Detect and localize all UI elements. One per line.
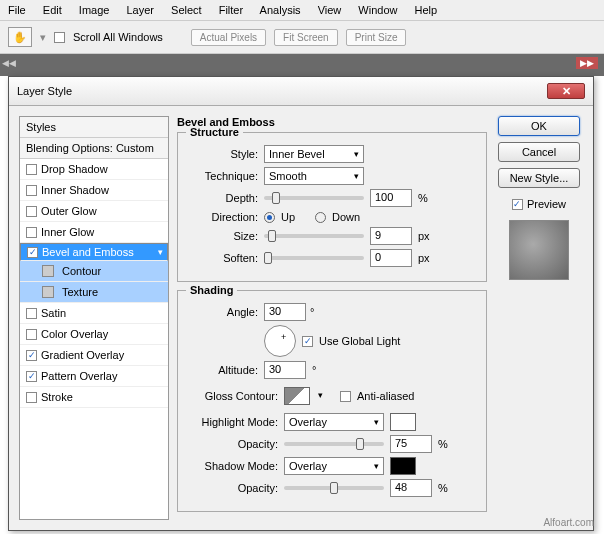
cancel-button[interactable]: Cancel [498,142,580,162]
blending-options-header[interactable]: Blending Options: Custom [20,138,168,159]
actual-pixels-button[interactable]: Actual Pixels [191,29,266,46]
menu-select[interactable]: Select [171,4,202,16]
fit-screen-button[interactable]: Fit Screen [274,29,338,46]
direction-up-radio[interactable] [264,212,275,223]
dialog-buttons: OK Cancel New Style... Preview [495,116,583,520]
menu-layer[interactable]: Layer [126,4,154,16]
options-bar: ✋ ▾ Scroll All Windows Actual Pixels Fit… [0,21,604,54]
antialiased-checkbox[interactable] [340,391,351,402]
close-button[interactable]: ✕ [547,83,585,99]
shadow-opacity-slider[interactable] [284,486,384,490]
menu-edit[interactable]: Edit [43,4,62,16]
highlight-opacity-slider[interactable] [284,442,384,446]
menu-image[interactable]: Image [79,4,110,16]
shadow-mode-select[interactable]: Overlay [284,457,384,475]
style-inner-shadow[interactable]: Inner Shadow [20,180,168,201]
print-size-button[interactable]: Print Size [346,29,407,46]
preview-thumbnail [509,220,569,280]
scroll-all-checkbox[interactable] [54,32,65,43]
style-drop-shadow[interactable]: Drop Shadow [20,159,168,180]
style-stroke[interactable]: Stroke [20,387,168,408]
style-select[interactable]: Inner Bevel [264,145,364,163]
menu-window[interactable]: Window [358,4,397,16]
tab-close-icon[interactable]: ▶▶ [576,57,598,69]
menu-help[interactable]: Help [415,4,438,16]
size-slider[interactable] [264,234,364,238]
soften-input[interactable]: 0 [370,249,412,267]
style-outer-glow[interactable]: Outer Glow [20,201,168,222]
technique-select[interactable]: Smooth [264,167,364,185]
layer-style-dialog: Layer Style ✕ Styles Blending Options: C… [8,76,594,531]
highlight-opacity-input[interactable]: 75 [390,435,432,453]
soften-slider[interactable] [264,256,364,260]
style-bevel-emboss[interactable]: Bevel and Emboss [20,243,168,261]
style-gradient-overlay[interactable]: Gradient Overlay [20,345,168,366]
size-input[interactable]: 9 [370,227,412,245]
style-texture[interactable]: Texture [20,282,168,303]
tab-scroll-icon[interactable]: ◀◀ [2,58,16,68]
menu-analysis[interactable]: Analysis [260,4,301,16]
altitude-input[interactable]: 30 [264,361,306,379]
watermark: Alfoart.com [543,517,594,528]
style-contour[interactable]: Contour [20,261,168,282]
preview-checkbox[interactable] [512,199,523,210]
scroll-all-label: Scroll All Windows [73,31,163,43]
highlight-mode-select[interactable]: Overlay [284,413,384,431]
depth-input[interactable]: 100 [370,189,412,207]
angle-input[interactable]: 30 [264,303,306,321]
new-style-button[interactable]: New Style... [498,168,580,188]
global-light-checkbox[interactable] [302,336,313,347]
gloss-contour-picker[interactable] [284,387,310,405]
shading-legend: Shading [186,284,237,296]
highlight-color-swatch[interactable] [390,413,416,431]
settings-panel: Bevel and Emboss Structure Style:Inner B… [177,116,487,520]
hand-tool-icon[interactable]: ✋ [8,27,32,47]
depth-slider[interactable] [264,196,364,200]
shadow-opacity-input[interactable]: 48 [390,479,432,497]
angle-wheel[interactable] [264,325,296,357]
menu-file[interactable]: File [8,4,26,16]
style-color-overlay[interactable]: Color Overlay [20,324,168,345]
dialog-titlebar[interactable]: Layer Style ✕ [9,77,593,106]
shading-group: Shading Angle: 30° Use Global Light Alti… [177,290,487,512]
menu-view[interactable]: View [318,4,342,16]
dialog-title: Layer Style [17,85,72,97]
structure-legend: Structure [186,126,243,138]
document-tab-bar: ◀◀ ▶▶ [0,54,604,76]
styles-list: Styles Blending Options: Custom Drop Sha… [19,116,169,520]
structure-group: Structure Style:Inner Bevel Technique:Sm… [177,132,487,282]
style-satin[interactable]: Satin [20,303,168,324]
style-pattern-overlay[interactable]: Pattern Overlay [20,366,168,387]
styles-header[interactable]: Styles [20,117,168,138]
style-inner-glow[interactable]: Inner Glow [20,222,168,243]
direction-down-radio[interactable] [315,212,326,223]
menu-filter[interactable]: Filter [219,4,243,16]
menu-bar: File Edit Image Layer Select Filter Anal… [0,0,604,21]
shadow-color-swatch[interactable] [390,457,416,475]
ok-button[interactable]: OK [498,116,580,136]
